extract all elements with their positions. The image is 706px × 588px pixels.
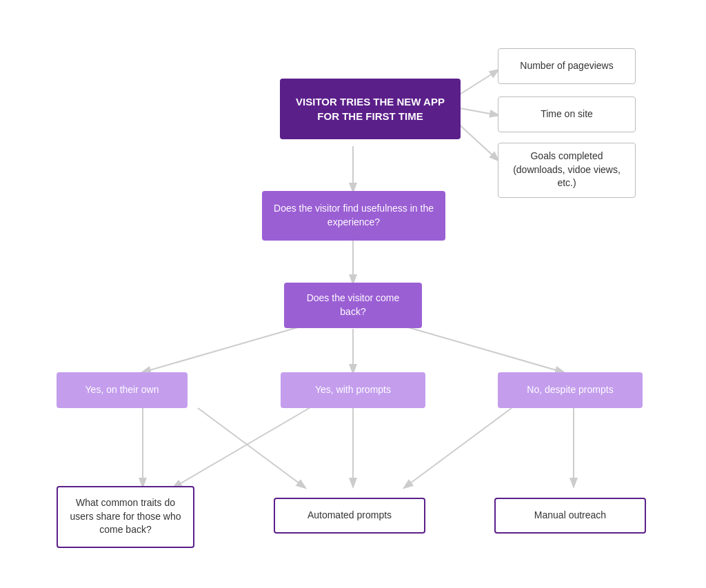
start-box: VISITOR TRIES THE NEW APP FOR THE FIRST … (280, 79, 461, 139)
svg-line-2 (460, 108, 498, 115)
svg-line-5 (143, 325, 305, 372)
yes-own-box: Yes, on their own (57, 372, 188, 408)
usefulness-box: Does the visitor find usefulness in the … (262, 191, 445, 241)
svg-line-7 (401, 325, 563, 372)
common-traits-box: What common traits do users share for th… (57, 486, 194, 548)
svg-line-10 (174, 407, 312, 487)
svg-line-9 (198, 408, 305, 487)
automated-prompts-box: Automated prompts (274, 498, 425, 534)
no-despite-box: No, despite prompts (498, 372, 643, 408)
diagram: VISITOR TRIES THE NEW APP FOR THE FIRST … (15, 15, 691, 574)
svg-line-3 (456, 122, 498, 160)
goals-completed-box: Goals completed (downloads, vidoe views,… (498, 143, 636, 198)
pageviews-box: Number of pageviews (498, 48, 636, 84)
yes-prompts-box: Yes, with prompts (281, 372, 425, 408)
svg-line-1 (456, 70, 498, 97)
manual-outreach-box: Manual outreach (494, 498, 646, 534)
time-on-site-box: Time on site (498, 97, 636, 132)
come-back-box: Does the visitor come back? (284, 283, 422, 328)
svg-line-12 (405, 408, 512, 487)
